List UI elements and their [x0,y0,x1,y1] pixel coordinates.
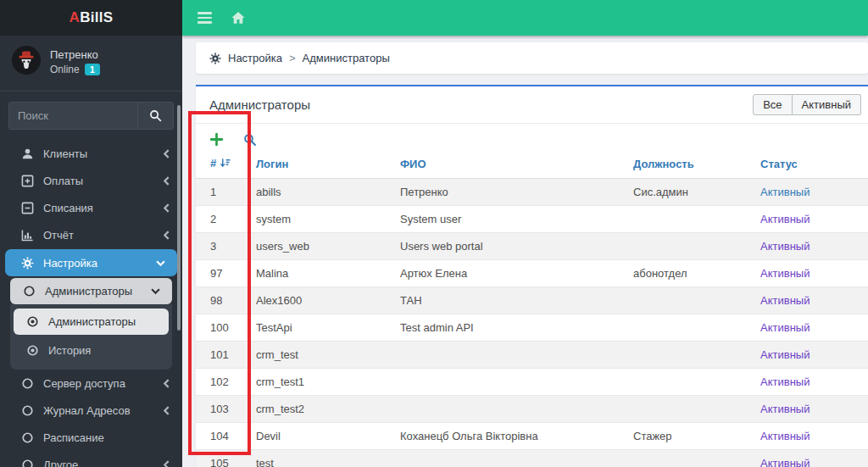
main-content: Настройка > Администраторы Администратор… [182,36,868,467]
table-row[interactable]: 1 abills Петренко Сис.админ Активный [196,179,868,206]
cell-status: Активный [754,396,868,423]
table-row[interactable]: 104 Devil Коханецб Ольга Вікторівна Стаж… [196,423,868,450]
status-link[interactable]: Активный [760,348,810,361]
column-header-number[interactable]: # [196,150,249,179]
menu-toggle-icon[interactable] [198,12,212,24]
sidebar-item-label: Сервер доступа [43,377,153,390]
column-header-position[interactable]: Должность [626,150,754,179]
sidebar-divider [0,91,182,92]
sidebar-item-clients[interactable]: Клиенты [0,140,182,167]
status-link[interactable]: Активный [760,213,810,225]
circle-icon [22,285,36,297]
cell-position [626,369,754,396]
cell-fio: ТАН [393,287,626,314]
sidebar-item-label: Администраторы [48,315,157,328]
status-link[interactable]: Активный [760,294,810,307]
status-link[interactable]: Активный [760,267,810,280]
user-icon [20,147,34,160]
sidebar-item-payments[interactable]: Оплаты [0,167,182,194]
status-link[interactable]: Активный [760,375,810,388]
user-panel[interactable]: Петренко Online 1 [0,36,182,86]
column-header-login[interactable]: Логин [249,150,393,179]
status-link[interactable]: Активный [760,457,810,467]
gear-icon [20,257,34,270]
cell-status: Активный [754,233,868,260]
breadcrumb-section[interactable]: Настройка [228,52,282,64]
cell-fio: Users web portal [393,233,626,260]
sort-icon[interactable] [220,158,231,170]
sidebar-item-label: Другое [43,459,153,467]
cell-number: 2 [196,206,249,233]
table-row[interactable]: 102 crm_test1 Активный [196,369,868,396]
filter-all-button[interactable]: Все [753,94,792,115]
cell-number: 104 [196,423,249,450]
circle-icon [20,431,34,444]
sidebar-item-administrators[interactable]: Администраторы [14,309,169,335]
cell-number: 105 [196,450,249,467]
table-row[interactable]: 103 crm_test2 Активный [196,396,868,423]
table-row[interactable]: 105 test Активный [196,450,868,467]
chevron-left-icon [163,149,170,158]
sidebar-scrollbar[interactable] [177,105,181,331]
cell-number: 102 [196,369,249,396]
sidebar-item-settings[interactable]: Настройка [5,249,177,276]
add-admin-icon[interactable] [209,132,224,147]
table-row[interactable]: 97 Malina Артюх Елена абонотдел Активный [196,260,868,287]
cell-login: TestApi [249,314,393,342]
chevron-left-icon [163,176,170,186]
column-header-fio[interactable]: ФИО [393,150,626,179]
table-row[interactable]: 100 TestApi Test admin API Активный [196,314,868,342]
cell-login: crm_test1 [249,369,393,396]
table-row[interactable]: 2 system System user Активный [196,206,868,233]
home-icon[interactable] [231,10,246,25]
sidebar-item-address-log[interactable]: Журнал Адресов [0,397,182,424]
sidebar-item-other[interactable]: Другое [0,451,182,467]
cell-fio: Петренко [393,179,626,206]
status-link[interactable]: Активный [760,321,810,334]
sidebar-item-label: Списания [43,202,153,214]
cell-number: 98 [196,287,249,314]
navbar [182,0,868,36]
sidebar-item-label: Журнал Адресов [43,404,153,417]
search-input[interactable] [9,103,137,129]
top-bar: ABillS [0,0,868,36]
cell-number: 101 [196,342,249,369]
table-row[interactable]: 3 users_web Users web portal Активный [196,233,868,260]
cell-position: Стажер [626,423,754,450]
breadcrumb-page[interactable]: Администраторы [303,52,390,64]
cell-position [626,287,754,314]
sidebar-item-access-server[interactable]: Сервер доступа [0,370,182,397]
circle-icon [20,459,34,467]
status-link[interactable]: Активный [760,430,810,442]
filter-active-button[interactable]: Активный [793,94,861,115]
status-link[interactable]: Активный [760,403,810,415]
search-button[interactable] [137,103,173,129]
sidebar-item-charges[interactable]: Списания [0,194,182,221]
chevron-down-icon [156,259,165,267]
cell-login: Devil [249,423,393,450]
sidebar-item-schedule[interactable]: Расписание [0,424,182,451]
table-row[interactable]: 98 Alex1600 ТАН Активный [196,287,868,314]
chevron-left-icon [163,231,170,240]
sidebar-item-history[interactable]: История [14,337,169,364]
cell-number: 1 [196,179,249,206]
sidebar-item-report[interactable]: Отчёт [0,221,182,248]
app-logo[interactable]: ABillS [0,0,182,36]
sidebar-item-label: Администраторы [45,285,142,297]
column-header-status[interactable]: Статус [754,150,868,179]
sidebar-item-administrators-section[interactable]: Администраторы [10,278,172,304]
chevron-left-icon [163,379,170,388]
online-count-badge[interactable]: 1 [85,64,100,75]
sidebar-item-label: Клиенты [43,147,153,160]
sidebar-item-label: Отчёт [43,229,153,242]
cell-position [626,342,754,369]
cell-position [626,233,754,260]
table-row[interactable]: 101 crm_test Активный [196,342,868,369]
cell-fio: Коханецб Ольга Вікторівна [393,423,626,450]
cell-fio [393,342,626,369]
brand-accent-letter: A [70,9,81,25]
status-link[interactable]: Активный [760,186,810,198]
status-link[interactable]: Активный [760,240,810,253]
table-search-icon[interactable] [243,133,257,147]
page-title: Администраторы [209,97,310,112]
